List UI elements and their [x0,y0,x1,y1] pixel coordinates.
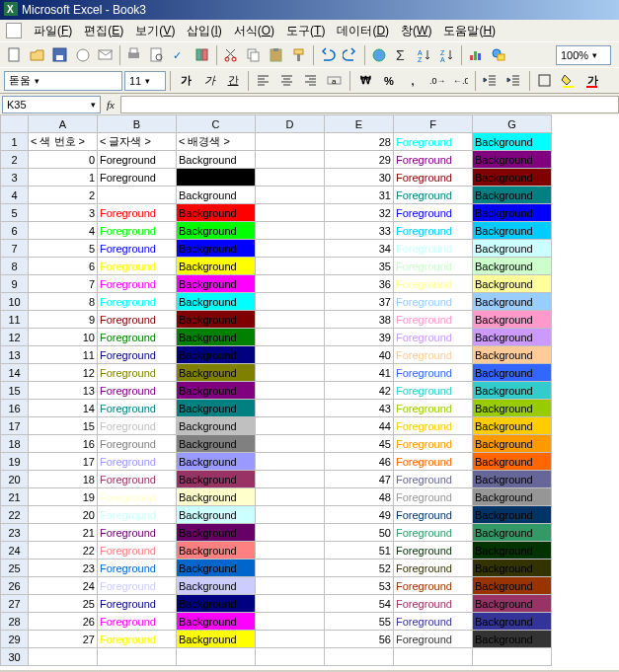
cell-C21[interactable]: Background [177,488,256,506]
cell-G30[interactable] [473,648,552,666]
format-painter-icon[interactable] [288,44,310,66]
menu-보기[interactable]: 보기(V) [129,22,181,39]
cell-A7[interactable]: 5 [29,240,98,258]
cell-G16[interactable]: Background [473,400,552,417]
row-header-7[interactable]: 7 [1,240,29,258]
cell-D7[interactable] [256,240,325,258]
comma-icon[interactable]: , [402,70,424,92]
row-header-16[interactable]: 16 [1,400,29,417]
cell-A8[interactable]: 6 [29,258,98,275]
cell-F1[interactable]: Foreground [394,133,473,151]
cell-F21[interactable]: Foreground [394,488,473,506]
cell-G12[interactable]: Background [473,329,552,346]
italic-icon[interactable]: 가 [198,70,220,92]
cell-B21[interactable]: Foreground [98,488,177,506]
borders-icon[interactable] [534,70,556,92]
cell-C25[interactable]: Background [177,560,256,577]
cell-F12[interactable]: Foreground [394,329,473,346]
cell-D10[interactable] [256,293,325,311]
cell-E1[interactable]: 28 [325,133,394,151]
cell-B5[interactable]: Foreground [98,204,177,222]
fill-color-icon[interactable] [558,70,580,92]
cell-B3[interactable]: Foreground [98,169,177,187]
cell-D21[interactable] [256,488,325,506]
cell-D28[interactable] [256,613,325,631]
cell-A16[interactable]: 14 [29,400,98,417]
cell-E24[interactable]: 51 [325,542,394,560]
col-header-E[interactable]: E [325,115,394,133]
cell-A24[interactable]: 22 [29,542,98,560]
cell-G1[interactable]: Background [473,133,552,151]
row-header-5[interactable]: 5 [1,204,29,222]
cell-G6[interactable]: Background [473,222,552,240]
new-icon[interactable] [4,44,26,66]
cell-G2[interactable]: Background [473,151,552,169]
cell-B12[interactable]: Foreground [98,329,177,346]
font-combo[interactable]: 돋움▾ [4,71,122,91]
cell-D18[interactable] [256,435,325,453]
cell-E13[interactable]: 40 [325,346,394,364]
row-header-8[interactable]: 8 [1,258,29,275]
cell-C16[interactable]: Background [177,400,256,417]
name-box[interactable]: K35▾ [2,96,101,113]
row-header-26[interactable]: 26 [1,577,29,595]
row-header-13[interactable]: 13 [1,346,29,364]
cell-D15[interactable] [256,382,325,400]
mail-icon[interactable] [95,44,116,66]
cell-A10[interactable]: 8 [29,293,98,311]
cell-G21[interactable]: Background [473,488,552,506]
cell-C23[interactable]: Background [177,524,256,542]
cell-B26[interactable]: Foreground [98,577,177,595]
cell-C10[interactable]: Background [177,293,256,311]
cell-A26[interactable]: 24 [29,577,98,595]
cell-D23[interactable] [256,524,325,542]
row-header-14[interactable]: 14 [1,364,29,382]
cell-C18[interactable]: Background [177,435,256,453]
cell-G11[interactable]: Background [473,311,552,329]
cell-D8[interactable] [256,258,325,275]
row-header-19[interactable]: 19 [1,453,29,471]
row-header-1[interactable]: 1 [1,133,29,151]
cell-F14[interactable]: Foreground [394,364,473,382]
cell-B9[interactable]: Foreground [98,275,177,293]
cell-E18[interactable]: 45 [325,435,394,453]
cell-F16[interactable]: Foreground [394,400,473,417]
cell-C4[interactable]: Background [177,187,256,204]
cell-G10[interactable]: Background [473,293,552,311]
cell-A29[interactable]: 27 [29,631,98,648]
cell-D29[interactable] [256,631,325,648]
cell-G18[interactable]: Background [473,435,552,453]
cell-C6[interactable]: Background [177,222,256,240]
cell-A5[interactable]: 3 [29,204,98,222]
cell-F8[interactable]: Foreground [394,258,473,275]
cell-A19[interactable]: 17 [29,453,98,471]
increase-indent-icon[interactable] [503,70,525,92]
cell-B30[interactable] [98,648,177,666]
row-header-23[interactable]: 23 [1,524,29,542]
cell-F23[interactable]: Foreground [394,524,473,542]
row-header-27[interactable]: 27 [1,595,29,613]
menu-파일[interactable]: 파일(F) [28,22,78,39]
cell-B1[interactable]: < 글자색 > [98,133,177,151]
cell-D12[interactable] [256,329,325,346]
cell-E6[interactable]: 33 [325,222,394,240]
cell-A1[interactable]: < 색 번호 > [29,133,98,151]
cell-A23[interactable]: 21 [29,524,98,542]
fx-icon[interactable]: fx [107,99,115,111]
row-header-3[interactable]: 3 [1,169,29,187]
cell-E8[interactable]: 35 [325,258,394,275]
cell-C27[interactable]: Background [177,595,256,613]
cell-G22[interactable]: Background [473,506,552,524]
align-right-icon[interactable] [300,70,322,92]
cell-C17[interactable]: Background [177,417,256,435]
cell-E25[interactable]: 52 [325,560,394,577]
row-header-6[interactable]: 6 [1,222,29,240]
cell-G17[interactable]: Background [473,417,552,435]
row-header-21[interactable]: 21 [1,488,29,506]
cell-G7[interactable]: Background [473,240,552,258]
cell-E10[interactable]: 37 [325,293,394,311]
cell-F15[interactable]: Foreground [394,382,473,400]
cell-F20[interactable]: Foreground [394,471,473,488]
cell-D6[interactable] [256,222,325,240]
cell-B7[interactable]: Foreground [98,240,177,258]
